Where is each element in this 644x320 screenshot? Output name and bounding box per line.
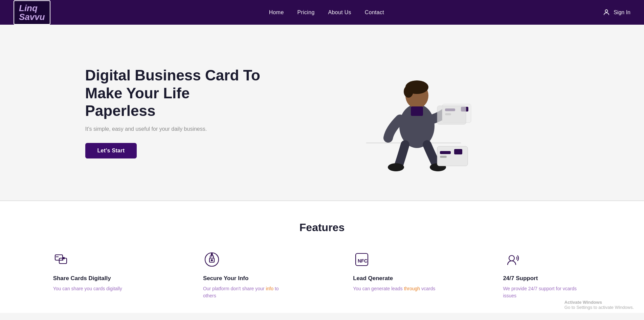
logo[interactable]: LinqSavvu bbox=[14, 0, 50, 25]
hero-text: Digital Business Card To Make Your Life … bbox=[85, 67, 261, 158]
svg-point-26 bbox=[211, 253, 213, 255]
svg-text:NFC: NFC bbox=[358, 258, 368, 264]
svg-rect-16 bbox=[440, 156, 447, 158]
hero-title: Digital Business Card To Make Your Life … bbox=[85, 67, 261, 120]
svg-rect-17 bbox=[454, 149, 462, 154]
nav-links: Home Pricing About Us Contact bbox=[269, 9, 384, 16]
secure-info-icon bbox=[203, 251, 291, 270]
feature-support-desc: We provide 24/7 support for vcards issue… bbox=[503, 285, 591, 299]
svg-point-29 bbox=[509, 255, 514, 261]
lead-gen-icon: NFC bbox=[353, 251, 441, 270]
person-icon bbox=[603, 9, 610, 16]
feature-support-name: 24/7 Support bbox=[503, 275, 591, 282]
navbar: LinqSavvu Home Pricing About Us Contact … bbox=[0, 0, 644, 25]
feature-lead-gen: NFC Lead Qenerate You can generate leads… bbox=[353, 251, 441, 299]
feature-secure-name: Secure Your Info bbox=[203, 275, 291, 282]
svg-rect-18 bbox=[437, 106, 466, 124]
support-icon bbox=[503, 251, 591, 270]
nav-about[interactable]: About Us bbox=[328, 9, 351, 15]
feature-secure-desc: Our platform don't share your info to ot… bbox=[203, 285, 291, 299]
features-section: Features Share Cards Digitally You can s… bbox=[0, 201, 644, 313]
brand-name: LinqSavvu bbox=[19, 4, 45, 21]
nav-pricing[interactable]: Pricing bbox=[297, 9, 315, 15]
cta-button[interactable]: Let's Start bbox=[85, 143, 137, 158]
svg-rect-7 bbox=[411, 106, 423, 116]
feature-secure-info: Secure Your Info Our platform don't shar… bbox=[203, 251, 291, 299]
svg-point-8 bbox=[388, 163, 404, 171]
svg-point-0 bbox=[605, 9, 608, 12]
features-grid: Share Cards Digitally You can share you … bbox=[27, 251, 617, 299]
feature-lead-name: Lead Qenerate bbox=[353, 275, 441, 282]
illustration-svg bbox=[346, 52, 474, 173]
features-title: Features bbox=[27, 221, 617, 234]
nav-contact[interactable]: Contact bbox=[365, 9, 384, 15]
feature-lead-desc: You can generate leads through vcards bbox=[353, 285, 441, 292]
svg-point-25 bbox=[211, 260, 213, 261]
hero-subtitle: It's simple, easy and useful for your da… bbox=[85, 126, 261, 132]
nav-home[interactable]: Home bbox=[269, 9, 284, 15]
svg-rect-15 bbox=[440, 151, 451, 154]
feature-share-desc: You can share you cards digitally bbox=[53, 285, 141, 292]
feature-share-name: Share Cards Digitally bbox=[53, 275, 141, 282]
hero-illustration bbox=[261, 45, 559, 180]
svg-point-6 bbox=[404, 85, 413, 98]
feature-support: 24/7 Support We provide 24/7 support for… bbox=[503, 251, 591, 299]
feature-share-cards: Share Cards Digitally You can share you … bbox=[53, 251, 141, 299]
sign-in-button[interactable]: Sign In bbox=[603, 9, 630, 16]
share-cards-icon bbox=[53, 251, 141, 270]
hero-section: Digital Business Card To Make Your Life … bbox=[0, 25, 644, 200]
